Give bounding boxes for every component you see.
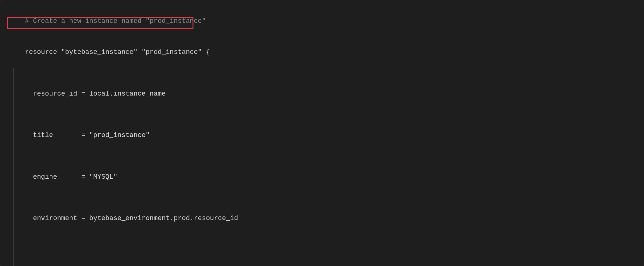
resource-declaration: resource "bytebase_instance" "prod_insta… — [25, 48, 202, 56]
code-line: resource_id = local.instance_name — [9, 68, 644, 110]
assignment-line: title = "prod_instance" — [25, 131, 150, 139]
code-line: title = "prod_instance" — [9, 110, 644, 151]
code-line: environment = bytebase_environment.prod.… — [9, 193, 644, 234]
assignment-line: environment = bytebase_environment.prod.… — [25, 215, 238, 222]
code-line: resource "bytebase_instance" "prod_insta… — [9, 37, 644, 68]
code-line — [9, 234, 644, 266]
code-editor-panel: # Create a new instance named "prod_inst… — [0, 0, 644, 266]
code-line: engine = "MYSQL" — [9, 151, 644, 192]
open-brace: { — [202, 48, 210, 56]
assignment-line: engine = "MYSQL" — [25, 173, 118, 181]
comment-text: # Create a new instance named "prod_inst… — [25, 17, 206, 25]
assignment-line: resource_id = local.instance_name — [25, 90, 166, 98]
code-line: # Create a new instance named "prod_inst… — [9, 6, 644, 37]
